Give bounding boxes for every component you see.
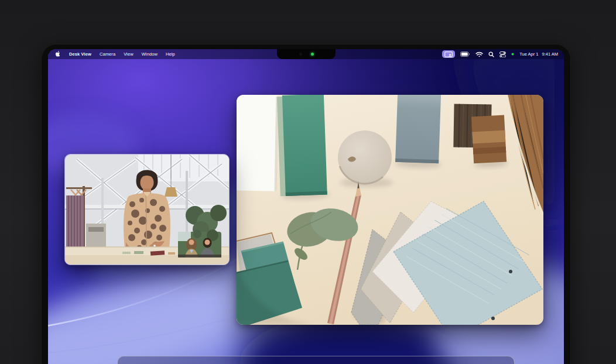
spotlight-icon[interactable]: [488, 51, 494, 57]
macbook-display-frame: Desk View Camera View Window Help: [41, 44, 571, 364]
webcam-lens: [299, 53, 302, 56]
apple-logo-icon[interactable]: [54, 51, 65, 57]
bottom-window-edge[interactable]: [117, 356, 515, 364]
display-notch: [277, 49, 336, 59]
menu-bar-left: Desk View Camera View Window Help: [48, 51, 179, 57]
wifi-icon[interactable]: [475, 51, 483, 57]
menu-window[interactable]: Window: [138, 51, 162, 57]
control-center-icon[interactable]: [499, 51, 506, 57]
video-call-window[interactable]: [64, 154, 230, 265]
screen: Desk View Camera View Window Help: [48, 49, 564, 364]
menu-view[interactable]: View: [119, 51, 138, 57]
desk-view-window[interactable]: [237, 95, 543, 325]
camera-active-dot: [511, 53, 514, 56]
menu-bar-time: 9:41 AM: [542, 51, 558, 57]
continuity-camera-icon[interactable]: [442, 50, 455, 58]
menu-camera[interactable]: Camera: [95, 51, 119, 57]
webcam-active-indicator: [311, 53, 314, 56]
photo-background: Desk View Camera View Window Help: [0, 0, 616, 364]
battery-icon[interactable]: [460, 51, 470, 57]
menu-app-desk-view[interactable]: Desk View: [65, 51, 95, 57]
menu-bar-status: Tue Apr 1 9:41 AM: [442, 50, 564, 58]
menu-bar-date: Tue Apr 1: [519, 51, 538, 57]
menu-bar-clock[interactable]: Tue Apr 1 9:41 AM: [519, 51, 558, 57]
menu-help[interactable]: Help: [162, 51, 179, 57]
pip-participants[interactable]: [178, 229, 221, 257]
